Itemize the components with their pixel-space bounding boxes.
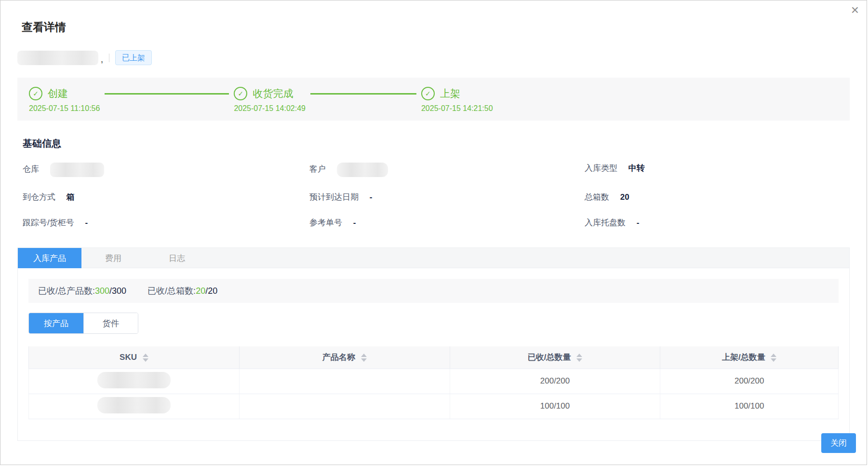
timeline-step-created: ✓ 创建 2025-07-15 11:10:56 (29, 86, 100, 113)
basic-info-section: 基础信息 仓库 客户 入库类型 中转 到仓方式 箱 预计到达日期 - (17, 137, 850, 228)
received-total-cell: 200/200 (450, 369, 660, 394)
summary-boxes: 已收/总箱数:20/20 (147, 285, 217, 297)
sku-cell (29, 394, 240, 419)
received-total-cell: 100/100 (450, 394, 660, 419)
field-reference-no: 参考单号 - (309, 217, 585, 228)
page-title: 查看详情 (22, 20, 867, 35)
total-count: /300 (109, 286, 126, 296)
sort-desc-icon[interactable] (361, 358, 367, 362)
sort-desc-icon[interactable] (576, 358, 582, 362)
field-inbound-pallets: 入库托盘数 - (585, 217, 850, 228)
sku-cell (29, 369, 240, 394)
field-customer: 客户 (309, 163, 585, 177)
view-details-dialog: × 查看详情 , 已上架 ✓ 创建 2025-07-15 11:10:56 ✓ … (0, 0, 867, 465)
redacted-value (337, 163, 388, 177)
product-name-cell (239, 369, 450, 394)
sort-icons[interactable] (361, 354, 367, 362)
timeline-step-label: 上架 (440, 87, 460, 100)
redacted-value (97, 372, 171, 388)
divider (109, 54, 109, 62)
sort-asc-icon[interactable] (143, 354, 148, 357)
field-expected-arrival-date: 预计到达日期 - (309, 192, 585, 203)
timeline-step-label: 创建 (48, 87, 68, 100)
shelved-total-cell: 200/200 (660, 369, 839, 394)
column-header-sku[interactable]: SKU (29, 346, 240, 369)
tab-logs[interactable]: 日志 (145, 248, 209, 268)
check-circle-icon: ✓ (29, 87, 42, 100)
column-header-shelved-total[interactable]: 上架/总数量 (660, 346, 839, 369)
subtab-by-product[interactable]: 按产品 (29, 313, 83, 333)
sort-asc-icon[interactable] (361, 354, 367, 357)
timeline-step-time: 2025-07-15 14:21:50 (421, 104, 493, 113)
column-header-received-total[interactable]: 已收/总数量 (450, 346, 660, 369)
products-table: SKU 产品名称 (28, 346, 839, 419)
status-timeline: ✓ 创建 2025-07-15 11:10:56 ✓ 收货完成 2025-07-… (17, 78, 850, 121)
sort-asc-icon[interactable] (576, 354, 582, 357)
table-header-row: SKU 产品名称 (29, 346, 839, 369)
check-circle-icon: ✓ (421, 87, 435, 100)
timeline-step-time: 2025-07-15 11:10:56 (29, 104, 100, 113)
redacted-value (97, 397, 171, 413)
column-header-product-name[interactable]: 产品名称 (239, 346, 450, 369)
close-button[interactable]: 关闭 (821, 433, 856, 453)
order-summary-row: , 已上架 (17, 50, 867, 65)
redacted-value (50, 163, 104, 177)
field-inbound-type: 入库类型 中转 (585, 163, 850, 177)
timeline-step-time: 2025-07-15 14:02:49 (234, 104, 306, 113)
shelved-total-cell: 100/100 (660, 394, 839, 419)
timeline-connector (105, 93, 229, 95)
close-icon[interactable]: × (851, 3, 859, 17)
order-number-redacted (17, 51, 98, 65)
subtab-shipment[interactable]: 货件 (83, 313, 138, 333)
status-badge: 已上架 (115, 50, 152, 65)
sort-icons[interactable] (771, 354, 776, 362)
field-tracking-container-no: 跟踪号/货柜号 - (23, 217, 309, 228)
received-count: 300 (95, 286, 109, 296)
sort-desc-icon[interactable] (143, 358, 148, 362)
timeline-step-label: 收货完成 (253, 87, 293, 100)
sort-icons[interactable] (143, 354, 148, 362)
sort-asc-icon[interactable] (771, 354, 776, 357)
sort-icons[interactable] (576, 354, 582, 362)
order-separator: , (101, 55, 103, 65)
timeline-connector (310, 93, 416, 95)
field-total-boxes: 总箱数 20 (585, 192, 850, 203)
timeline-step-receiving-complete: ✓ 收货完成 2025-07-15 14:02:49 (234, 86, 306, 113)
field-warehouse: 仓库 (23, 163, 309, 177)
tab-bar: 入库产品 费用 日志 (18, 248, 849, 268)
view-mode-tabs: 按产品 货件 (28, 313, 138, 334)
tab-content: 已收/总产品数:300/300 已收/总箱数:20/20 按产品 货件 SKU (18, 268, 849, 440)
check-circle-icon: ✓ (234, 87, 247, 100)
received-count: 20 (196, 286, 205, 296)
table-row: 100/100 100/100 (29, 394, 839, 419)
summary-products: 已收/总产品数:300/300 (38, 285, 126, 297)
field-arrival-method: 到仓方式 箱 (23, 192, 309, 203)
section-heading: 基础信息 (23, 137, 850, 150)
sort-desc-icon[interactable] (771, 358, 776, 362)
detail-tabs-card: 入库产品 费用 日志 已收/总产品数:300/300 已收/总箱数:20/20 … (17, 247, 850, 441)
table-row: 200/200 200/200 (29, 369, 839, 394)
receiving-summary-bar: 已收/总产品数:300/300 已收/总箱数:20/20 (28, 279, 839, 303)
product-name-cell (239, 394, 450, 419)
timeline-step-shelved: ✓ 上架 2025-07-15 14:21:50 (421, 86, 493, 113)
total-count: /20 (205, 286, 217, 296)
tab-inbound-products[interactable]: 入库产品 (18, 248, 81, 268)
tab-fees[interactable]: 费用 (81, 248, 145, 268)
